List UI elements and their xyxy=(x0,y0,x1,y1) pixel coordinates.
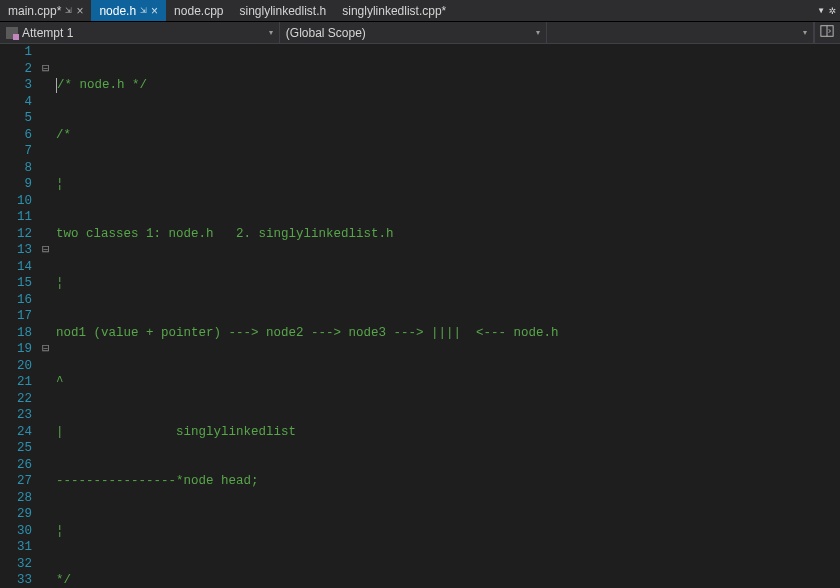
member-dropdown[interactable]: ▾ xyxy=(547,22,814,43)
tab-controls: ▾ ✲ xyxy=(814,0,840,21)
chevron-down-icon: ▾ xyxy=(269,28,273,37)
code-editor[interactable]: 1234567891011121314151617181920212223242… xyxy=(0,44,840,588)
scope-label: (Global Scope) xyxy=(286,26,366,40)
tab-main-cpp[interactable]: main.cpp* ⇲ × xyxy=(0,0,91,21)
tab-label: singlylinkedlist.cpp* xyxy=(342,4,446,18)
dropdown-icon[interactable]: ▾ xyxy=(818,3,825,18)
split-icon xyxy=(820,24,834,41)
tab-bar: main.cpp* ⇲ × node.h ⇲ × node.cpp singly… xyxy=(0,0,840,22)
fold-toggle[interactable]: ⊟ xyxy=(42,61,56,78)
chevron-down-icon: ▾ xyxy=(803,28,807,37)
tab-label: singlylinkedlist.h xyxy=(240,4,327,18)
tab-node-cpp[interactable]: node.cpp xyxy=(166,0,231,21)
scope-dropdown[interactable]: (Global Scope) ▾ xyxy=(280,22,547,43)
project-scope-dropdown[interactable]: Attempt 1 ▾ xyxy=(0,22,280,43)
pin-icon[interactable]: ⇲ xyxy=(65,6,72,15)
tab-node-h[interactable]: node.h ⇲ × xyxy=(91,0,166,21)
code-area[interactable]: /* node.h */ /* ¦ two classes 1: node.h … xyxy=(56,44,840,588)
navigation-bar: Attempt 1 ▾ (Global Scope) ▾ ▾ xyxy=(0,22,840,44)
tab-label: main.cpp* xyxy=(8,4,61,18)
project-label: Attempt 1 xyxy=(22,26,73,40)
pin-icon[interactable]: ⇲ xyxy=(140,6,147,15)
fold-toggle[interactable]: ⊟ xyxy=(42,242,56,259)
close-icon[interactable]: × xyxy=(76,4,83,18)
line-number-gutter: 1234567891011121314151617181920212223242… xyxy=(0,44,42,588)
fold-toggle[interactable]: ⊟ xyxy=(42,341,56,358)
tab-label: node.cpp xyxy=(174,4,223,18)
project-icon xyxy=(6,27,18,39)
gear-icon[interactable]: ✲ xyxy=(829,3,836,18)
close-icon[interactable]: × xyxy=(151,4,158,18)
tab-singlylinkedlist-h[interactable]: singlylinkedlist.h xyxy=(232,0,335,21)
fold-gutter[interactable]: ⊟⊟⊟ xyxy=(42,44,56,588)
chevron-down-icon: ▾ xyxy=(536,28,540,37)
split-view-button[interactable] xyxy=(814,22,840,43)
tab-singlylinkedlist-cpp[interactable]: singlylinkedlist.cpp* xyxy=(334,0,454,21)
tab-label: node.h xyxy=(99,4,136,18)
